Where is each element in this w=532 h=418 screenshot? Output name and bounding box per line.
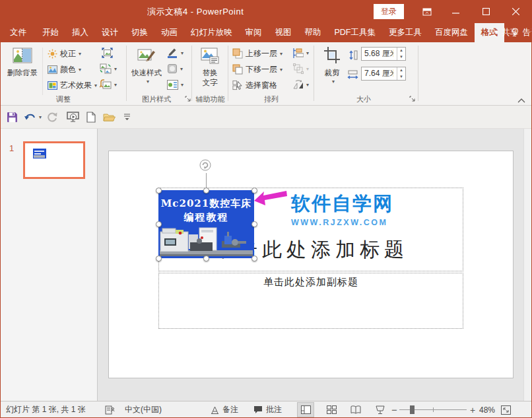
tab-animations[interactable]: 动画 — [154, 23, 184, 42]
save-button[interactable] — [7, 110, 18, 123]
subtitle-placeholder[interactable]: 单击此处添加副标题 — [158, 273, 463, 329]
picture-effects-icon — [167, 63, 178, 74]
zoom-level[interactable]: 48% — [479, 401, 495, 418]
resize-handle-middle-right[interactable] — [251, 221, 257, 227]
undo-button[interactable]: ▾ — [24, 110, 42, 123]
shape-width-input[interactable] — [362, 69, 393, 79]
group-label-arrange: 排列 — [228, 94, 314, 104]
remove-background-button[interactable]: 删除背景 — [5, 45, 40, 78]
fit-slide-icon — [501, 405, 511, 415]
tab-slideshow[interactable]: 幻灯片放映 — [184, 23, 239, 42]
dropdown-arrow-icon: ▾ — [39, 114, 42, 120]
zoom-in-button[interactable]: + — [470, 401, 475, 418]
new-document-button[interactable] — [86, 110, 96, 123]
resize-handle-bottom-right[interactable] — [251, 256, 257, 261]
slide-sorter-view-button[interactable] — [323, 402, 340, 417]
tab-insert[interactable]: 插入 — [65, 23, 95, 42]
selected-picture[interactable]: Mc2021数控车床 编程教程 — [158, 190, 254, 258]
crop-button[interactable]: 裁剪 ▾ — [318, 45, 346, 85]
spinner-up-icon[interactable]: ▲ — [397, 48, 405, 54]
dropdown-arrow-icon: ▾ — [114, 82, 117, 88]
tab-pdf-tools[interactable]: PDF工具集 — [328, 23, 383, 42]
rotate-objects-button[interactable]: ▾ — [293, 78, 309, 91]
picture-border-button[interactable]: ▾ — [167, 46, 183, 59]
title-bar: 演示文稿4 - PowerPoint 登录 — [1, 0, 532, 23]
picture-styles-dialog-launcher[interactable] — [185, 96, 191, 102]
tab-design[interactable]: 设计 — [95, 23, 125, 42]
picture-layout-button[interactable]: ▾ — [167, 78, 183, 91]
shape-height-icon — [349, 48, 358, 61]
reading-view-button[interactable] — [347, 402, 364, 417]
new-document-icon — [86, 112, 96, 123]
fit-slide-to-window-button[interactable] — [501, 401, 511, 418]
close-button[interactable] — [502, 0, 529, 23]
watermark-site-url: WWW.RJZXW.COM — [291, 218, 403, 227]
minimize-button[interactable] — [442, 0, 469, 23]
tab-view[interactable]: 视图 — [269, 23, 298, 42]
comments-icon — [253, 405, 263, 414]
collapse-ribbon-button[interactable] — [517, 94, 525, 107]
resize-handle-top-left[interactable] — [156, 188, 162, 193]
color-button[interactable]: 颜色▾ — [47, 63, 81, 76]
maximize-button[interactable] — [473, 0, 499, 23]
slide-1-thumbnail[interactable] — [23, 141, 85, 179]
corrections-button[interactable]: 校正▾ — [47, 47, 81, 60]
resize-handle-middle-left[interactable] — [156, 221, 162, 227]
accessibility-check-button[interactable] — [105, 401, 115, 418]
slideshow-view-button[interactable] — [372, 402, 389, 417]
group-label-size: 大小 — [314, 94, 413, 104]
shape-width-field[interactable]: ▲▼ — [361, 67, 406, 81]
cnc-machines-image — [158, 225, 254, 258]
language-status[interactable]: 中文(中国) — [125, 401, 162, 418]
compress-picture-button[interactable] — [102, 46, 113, 59]
resize-handle-bottom-center[interactable] — [203, 256, 209, 261]
shape-height-spinner[interactable]: ▲▼ — [397, 48, 405, 60]
vertical-scrollbar[interactable] — [523, 129, 532, 401]
zoom-out-button[interactable]: − — [391, 401, 397, 418]
alt-text-icon — [201, 45, 219, 66]
slide-canvas[interactable]: 单击此处添加标题 单击此处添加副标题 软件自学网 WWW.RJZXW.COM M… — [108, 151, 514, 378]
start-from-beginning-button[interactable] — [67, 110, 79, 123]
shape-height-input[interactable] — [362, 50, 393, 59]
change-picture-button[interactable]: ▾ — [100, 62, 117, 75]
ribbon-display-options-button[interactable] — [414, 0, 440, 23]
open-folder-button[interactable] — [103, 110, 116, 123]
slide-count-status[interactable]: 幻灯片 第 1 张, 共 1 张 — [6, 401, 86, 418]
reset-picture-button[interactable]: ▾ — [100, 78, 117, 91]
ribbon-tab-bar: 文件 开始 插入 设计 切换 动画 幻灯片放映 审阅 视图 帮助 PDF工具集 … — [1, 23, 532, 42]
tab-home[interactable]: 开始 — [36, 23, 65, 42]
selection-pane-button[interactable]: 选择窗格 — [232, 79, 277, 92]
spinner-up-icon[interactable]: ▲ — [397, 67, 405, 74]
tab-transitions[interactable]: 切换 — [125, 23, 154, 42]
tab-more-tools[interactable]: 更多工具 — [382, 23, 428, 42]
shape-width-spinner[interactable]: ▲▼ — [397, 67, 405, 80]
spinner-down-icon[interactable]: ▼ — [397, 54, 405, 61]
shape-height-field[interactable]: ▲▼ — [361, 47, 406, 61]
rotation-handle[interactable] — [199, 159, 211, 174]
picture-effects-button[interactable]: ▾ — [167, 62, 183, 75]
notes-button[interactable]: 备注 — [211, 401, 238, 418]
quick-styles-button[interactable]: 快速样式 ▾ — [130, 45, 163, 85]
slide-thumbnail-panel: 1 — [1, 129, 98, 401]
comments-button[interactable]: 批注 — [253, 401, 282, 418]
send-backward-button[interactable]: 下移一层▾ — [232, 63, 283, 76]
spinner-down-icon[interactable]: ▼ — [397, 74, 405, 81]
size-dialog-launcher[interactable] — [409, 96, 416, 102]
tab-share[interactable]: 共享 — [489, 23, 518, 42]
alt-text-button[interactable]: 替换 文字 — [195, 45, 224, 88]
tab-help[interactable]: 帮助 — [298, 23, 328, 42]
normal-view-button[interactable] — [297, 402, 314, 417]
artistic-effects-icon — [47, 81, 57, 90]
artistic-effects-button[interactable]: 艺术效果▾ — [47, 79, 97, 92]
tab-baidu-pan[interactable]: 百度网盘 — [428, 23, 475, 42]
bring-forward-button[interactable]: 上移一层▾ — [232, 47, 283, 60]
change-picture-icon — [100, 63, 112, 74]
align-objects-button[interactable]: ▾ — [293, 46, 309, 59]
tab-file[interactable]: 文件 — [1, 23, 36, 42]
zoom-slider-thumb[interactable] — [410, 405, 415, 414]
customize-qat-button[interactable] — [123, 110, 131, 123]
resize-handle-bottom-left[interactable] — [156, 256, 162, 261]
login-button[interactable]: 登录 — [374, 4, 404, 19]
resize-handle-top-center[interactable] — [203, 188, 209, 193]
tab-review[interactable]: 审阅 — [239, 23, 269, 42]
